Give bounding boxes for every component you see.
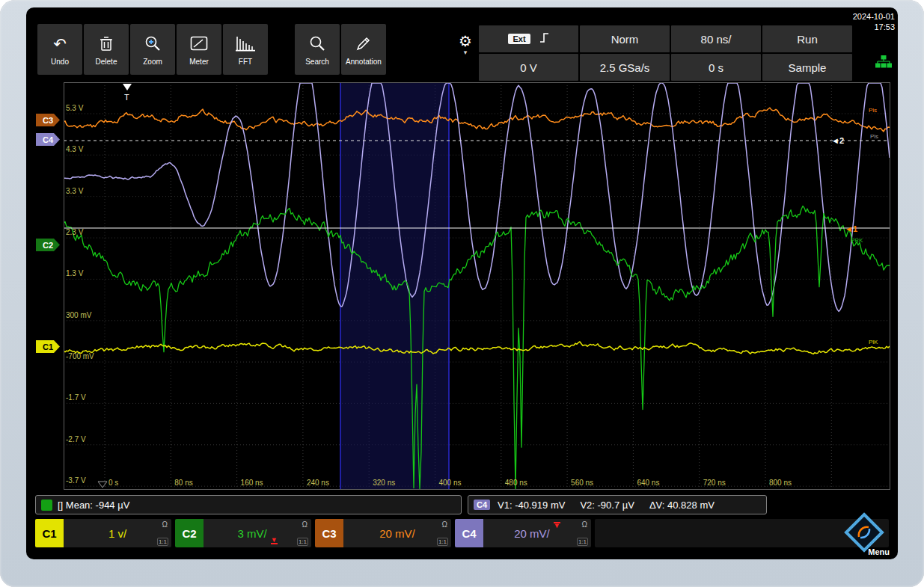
zoom-icon (144, 33, 162, 54)
x-axis-label: 400 ns (439, 479, 462, 487)
cursor-v1-value: V1: -40.919 mV (498, 500, 565, 511)
probe-ratio-c3: 1:1 (437, 538, 448, 546)
date-label: 2024-10-01 (853, 11, 895, 22)
x-axis-label: 240 ns (307, 479, 329, 487)
timebase-cell[interactable]: 80 ns/ (671, 25, 761, 52)
probe-ratio-c2: 1:1 (297, 538, 308, 546)
network-status-icon (875, 55, 892, 71)
channel-tab-c1[interactable]: C1 (36, 340, 60, 353)
channel-scale-c1: 1 v/ (108, 527, 126, 540)
x-axis-label: 640 ns (637, 479, 659, 487)
measurement-bar: [] Mean: -944 µV C4 V1: -40.919 mV V2: -… (35, 495, 767, 514)
search-icon (308, 33, 326, 54)
trigger-level-marker-icon: ▼ (271, 538, 278, 544)
y-axis-label: -2.7 V (66, 435, 86, 443)
channel-scale-c3: 20 mV/ (379, 527, 415, 540)
y-axis-label: 5.3 V (66, 104, 84, 112)
delay-marker-icon (98, 482, 107, 488)
gear-icon: ⚙ (453, 33, 478, 49)
x-axis-label: 160 ns (241, 479, 263, 487)
y-axis-label: -700 mV (66, 352, 94, 360)
annotation-pencil-icon (355, 33, 372, 54)
y-axis-label: -3.7 V (66, 476, 86, 485)
edge-marker: PRK (851, 237, 863, 244)
fft-button[interactable]: FFT (223, 24, 268, 75)
search-button[interactable]: Search (295, 24, 340, 75)
horizontal-position-cell[interactable]: 0 s (671, 54, 761, 81)
cursor-source-badge: C4 (474, 500, 490, 510)
graticule-border (64, 83, 890, 490)
trigger-source-cell[interactable]: Ext (479, 25, 578, 52)
coupling-label-c4: Ω (582, 520, 587, 529)
measurement-result[interactable]: [] Mean: -944 µV (35, 495, 462, 514)
coupling-label-c1: Ω (162, 520, 168, 529)
channel-settings-c4[interactable]: C4 20 mV/ ▼ Ω 1:1 (455, 519, 591, 547)
acquisition-mode-cell[interactable]: Sample (762, 54, 852, 81)
channel-settings-c1[interactable]: C1 1 v/ Ω 1:1 (35, 519, 171, 547)
channel-badge-c1: C1 (35, 519, 64, 547)
sample-rate-cell[interactable]: 2.5 GSa/s (580, 54, 670, 81)
chevron-down-icon: ▾ (453, 49, 478, 55)
channel-scale-box-c1: 1 v/ Ω 1:1 (64, 519, 171, 547)
coupling-label-c2: Ω (302, 520, 308, 529)
device-bezel: ↶ Undo Delete Zo (0, 0, 924, 587)
delete-button[interactable]: Delete (84, 24, 129, 75)
cursor-v2-value: V2: -90.7 µV (580, 500, 634, 511)
y-axis-label: 4.3 V (66, 145, 84, 153)
channel-tab-c3[interactable]: C3 (36, 114, 60, 126)
cursor2-marker: ◄2 (831, 136, 844, 145)
ext-badge: Ext (508, 34, 530, 44)
channel-scale-c2: 3 mV/ (237, 527, 266, 540)
trigger-label: T (124, 93, 129, 102)
c3-waveform (64, 108, 890, 132)
channel-scale-c4: 20 mV/ (514, 527, 550, 540)
cursor1-marker: ◄1 (845, 224, 857, 233)
undo-button[interactable]: ↶ Undo (37, 24, 82, 75)
offset-marker-icon: ▼ (554, 522, 560, 529)
y-axis-label: 3.3 V (66, 187, 84, 195)
settings-gear-button[interactable]: ⚙ ▾ (453, 33, 478, 55)
x-axis-label: 720 ns (703, 479, 726, 487)
probe-ratio-c4: 1:1 (577, 538, 588, 546)
edge-marker: PlK (869, 339, 878, 345)
trigger-level-cell[interactable]: 0 V (479, 54, 578, 81)
waveform-display[interactable]: ◄2◄1T5.3 V4.3 V3.3 V2.3 V1.3 V300 mV-700… (64, 82, 890, 490)
measurement-text: [] Mean: -944 µV (58, 500, 129, 511)
datetime-display: 2024-10-01 17:53 (853, 11, 895, 33)
toolbar: ↶ Undo Delete Zo (37, 24, 386, 75)
status-bar: Ext Norm 80 ns/ Run 0 V 2.5 GSa/s 0 s Sa… (479, 25, 852, 81)
probe-ratio-c1: 1:1 (157, 538, 168, 546)
trigger-mode-cell[interactable]: Norm (580, 25, 670, 52)
x-axis-label: 80 ns (174, 479, 192, 487)
y-axis-label: 2.3 V (66, 228, 84, 236)
edge-marker: Pls (870, 133, 878, 140)
channel-badge-c3: C3 (315, 519, 343, 547)
menu-button[interactable]: Menu (832, 512, 892, 557)
x-axis-label: 560 ns (571, 479, 593, 487)
channel-settings-c3[interactable]: C3 20 mV/ Ω 1:1 (315, 519, 451, 547)
meter-button[interactable]: Meter (177, 24, 221, 75)
annotation-button[interactable]: Annotation (341, 24, 386, 75)
run-state-cell[interactable]: Run (762, 25, 852, 52)
channel-tab-c2[interactable]: C2 (36, 239, 60, 251)
fft-icon (236, 33, 255, 54)
rs-logo (844, 512, 884, 553)
scope-screen: ↶ Undo Delete Zo (26, 7, 898, 559)
x-axis-label: 0 s (108, 479, 118, 487)
channel-settings-c2[interactable]: C2 3 mV/ ▼ Ω 1:1 (175, 519, 311, 547)
coupling-label-c3: Ω (442, 520, 447, 529)
cursor-results[interactable]: C4 V1: -40.919 mV V2: -90.7 µV ΔV: 40.82… (468, 495, 767, 514)
x-axis-label: 800 ns (769, 479, 792, 487)
zoom-button[interactable]: Zoom (130, 24, 175, 75)
x-axis-label: 320 ns (373, 479, 395, 487)
channel-scale-box-c3: 20 mV/ Ω 1:1 (343, 519, 451, 547)
measurement-source-color (41, 500, 52, 511)
x-axis-label: 480 ns (505, 479, 527, 487)
menu-label: Menu (868, 547, 890, 556)
time-label: 17:53 (853, 22, 895, 32)
trigger-slope-icon (539, 32, 549, 46)
edge-marker: Pls (869, 107, 877, 114)
channel-tab-c4[interactable]: C4 (36, 133, 60, 146)
trigger-position-marker[interactable] (123, 84, 132, 90)
trash-icon (99, 33, 114, 54)
